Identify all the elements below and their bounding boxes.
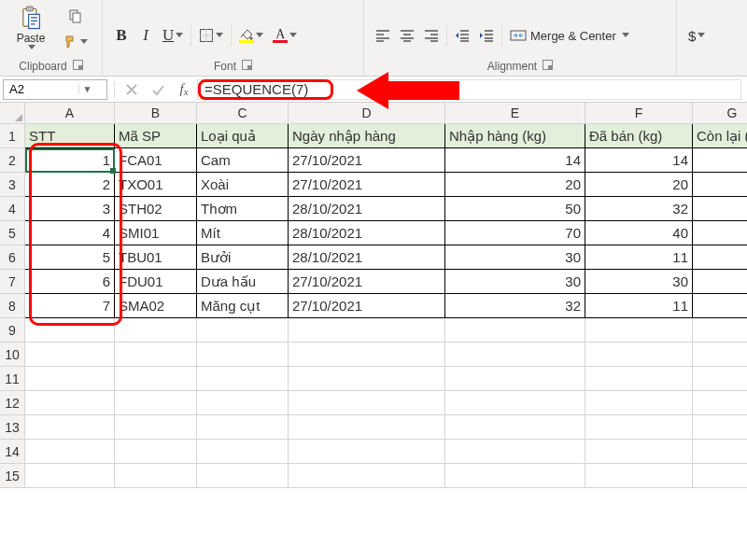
decrease-indent-button[interactable] <box>451 24 473 47</box>
cell[interactable] <box>585 464 693 488</box>
cell[interactable]: Nhập hàng (kg) <box>445 124 585 148</box>
align-right-button[interactable] <box>420 24 443 47</box>
format-painter-button[interactable] <box>60 31 92 53</box>
borders-button[interactable] <box>195 24 227 47</box>
cell[interactable] <box>25 464 115 488</box>
bold-button[interactable]: B <box>110 24 133 47</box>
cell[interactable]: 14 <box>585 148 693 173</box>
select-all-corner[interactable] <box>0 103 25 124</box>
cell[interactable] <box>693 415 747 440</box>
cell[interactable] <box>25 415 115 440</box>
cell[interactable] <box>445 343 585 367</box>
cell[interactable]: 1 <box>25 148 115 173</box>
cell[interactable] <box>115 464 197 488</box>
increase-indent-button[interactable] <box>475 24 498 47</box>
cell[interactable] <box>197 343 289 367</box>
cell[interactable] <box>693 221 747 245</box>
cell[interactable]: 30 <box>445 245 585 270</box>
cell[interactable]: 14 <box>445 148 585 173</box>
cell[interactable]: Loại quả <box>197 124 289 148</box>
cell[interactable] <box>115 343 197 367</box>
row-header-12[interactable]: 12 <box>0 391 25 415</box>
row-header-5[interactable]: 5 <box>0 221 25 245</box>
column-header-B[interactable]: B <box>115 103 197 124</box>
font-color-button[interactable]: A <box>269 24 301 47</box>
cell[interactable]: 11 <box>585 294 693 318</box>
cell[interactable]: SMI01 <box>115 221 197 245</box>
cell[interactable] <box>445 440 585 464</box>
cell[interactable] <box>445 367 585 391</box>
cell[interactable] <box>693 391 747 415</box>
row-header-13[interactable]: 13 <box>0 415 25 440</box>
cell[interactable]: Đã bán (kg) <box>585 124 693 148</box>
row-header-4[interactable]: 4 <box>0 197 25 221</box>
cell[interactable] <box>585 318 693 343</box>
insert-function-button[interactable]: fx <box>171 77 197 103</box>
cell[interactable] <box>25 318 115 343</box>
cell[interactable]: TBU01 <box>115 245 197 270</box>
cell[interactable] <box>197 318 289 343</box>
name-box[interactable]: ▼ <box>3 79 107 100</box>
cell[interactable] <box>445 464 585 488</box>
paste-button[interactable]: Paste <box>7 3 54 53</box>
cell[interactable]: 30 <box>445 270 585 294</box>
row-header-7[interactable]: 7 <box>0 270 25 294</box>
cell[interactable]: 32 <box>445 294 585 318</box>
cell[interactable]: SMA02 <box>115 294 197 318</box>
cell[interactable]: Thơm <box>197 197 289 221</box>
cell[interactable]: 40 <box>585 221 693 245</box>
cell[interactable]: 4 <box>25 221 115 245</box>
cell[interactable] <box>445 318 585 343</box>
cell[interactable]: 28/10/2021 <box>289 197 445 221</box>
cell[interactable]: 11 <box>585 245 693 270</box>
cell[interactable] <box>115 391 197 415</box>
cell[interactable]: 3 <box>25 197 115 221</box>
name-box-input[interactable] <box>4 82 78 96</box>
copy-button[interactable] <box>60 5 92 27</box>
cell[interactable]: TXO01 <box>115 173 197 197</box>
cell[interactable]: STT <box>25 124 115 148</box>
align-left-button[interactable] <box>372 24 394 47</box>
cell[interactable] <box>25 440 115 464</box>
cell[interactable] <box>445 391 585 415</box>
cell[interactable] <box>197 391 289 415</box>
cell[interactable] <box>585 391 693 415</box>
cell[interactable]: Cam <box>197 148 289 173</box>
cell[interactable]: 5 <box>25 245 115 270</box>
underline-button[interactable]: U <box>159 24 187 47</box>
column-header-C[interactable]: C <box>197 103 289 124</box>
cell[interactable] <box>197 440 289 464</box>
cell[interactable]: Ngày nhập hàng <box>289 124 445 148</box>
cell[interactable] <box>197 464 289 488</box>
cell[interactable]: Dưa hấu <box>197 270 289 294</box>
cell[interactable]: 27/10/2021 <box>289 270 445 294</box>
cell[interactable] <box>289 318 445 343</box>
row-header-15[interactable]: 15 <box>0 464 25 488</box>
enter-formula-button[interactable] <box>145 77 171 103</box>
cell[interactable] <box>693 343 747 367</box>
cell[interactable] <box>289 415 445 440</box>
row-header-14[interactable]: 14 <box>0 440 25 464</box>
fill-color-button[interactable] <box>235 24 267 47</box>
cell[interactable]: Xoài <box>197 173 289 197</box>
cell[interactable] <box>115 318 197 343</box>
cell[interactable] <box>289 367 445 391</box>
row-header-10[interactable]: 10 <box>0 343 25 367</box>
cell[interactable]: STH02 <box>115 197 197 221</box>
cell[interactable]: 50 <box>445 197 585 221</box>
cell[interactable] <box>693 318 747 343</box>
column-header-G[interactable]: G <box>693 103 747 124</box>
cell[interactable] <box>289 440 445 464</box>
cell[interactable] <box>25 343 115 367</box>
row-header-3[interactable]: 3 <box>0 173 25 197</box>
cell[interactable] <box>115 415 197 440</box>
row-header-2[interactable]: 2 <box>0 148 25 173</box>
cell[interactable] <box>115 440 197 464</box>
cell[interactable]: Măng cụt <box>197 294 289 318</box>
cell[interactable]: Bưởi <box>197 245 289 270</box>
cell[interactable] <box>197 415 289 440</box>
row-header-1[interactable]: 1 <box>0 124 25 148</box>
cell[interactable]: 20 <box>585 173 693 197</box>
cell[interactable] <box>693 294 747 318</box>
row-header-6[interactable]: 6 <box>0 245 25 270</box>
